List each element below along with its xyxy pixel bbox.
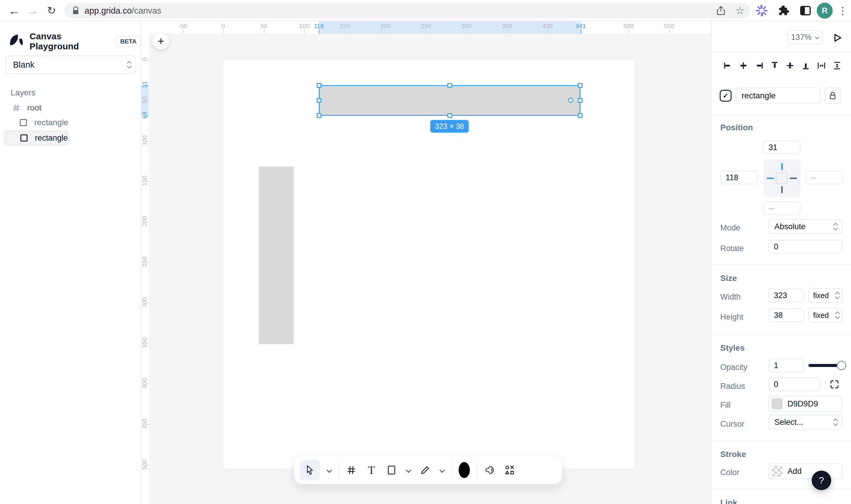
selected-rectangle-node[interactable] [319,85,580,116]
ruler-tick-label: 350 [502,22,512,30]
fill-control[interactable]: D9D9D9 [768,396,843,412]
position-anchor-widget[interactable] [763,160,800,197]
browser-menu-kebab-icon[interactable]: ⋮ [837,0,849,21]
corner-radius-handle[interactable] [568,98,573,103]
layer-item-rectangle-1[interactable]: rectangle [0,115,141,130]
radius-input[interactable] [768,378,820,391]
url-bar[interactable]: app.grida.co/canvas ☆ [65,3,750,18]
forward-icon: → [27,4,38,17]
ruler-tick-mark [145,101,149,101]
browser-profile-avatar[interactable]: R [817,3,833,19]
canvas-rectangle-node[interactable] [259,167,294,344]
height-mode-select[interactable]: fixed [809,308,843,323]
cursor-label: Cursor [720,419,744,429]
align-vertical-center-button[interactable] [786,61,795,70]
align-bottom-button[interactable] [801,61,810,70]
resize-handle-s[interactable] [447,113,452,118]
resize-handle-w[interactable] [317,98,322,103]
resize-handle-n[interactable] [447,83,452,88]
ai-assistant-button[interactable] [482,460,497,480]
anchor-bottom-tick[interactable] [781,186,783,193]
rotate-input[interactable] [768,240,843,253]
anchor-top-tick[interactable] [781,163,783,170]
selection-size-badge: 323 × 38 [430,120,469,133]
extensions-puzzle-icon[interactable] [775,0,792,21]
opacity-slider[interactable] [809,364,842,367]
ruler-tick-mark [145,60,149,60]
align-left-button[interactable] [723,61,732,70]
pencil-tool-button[interactable] [418,460,433,480]
frame-tool-button[interactable] [344,460,359,480]
shape-tool-dropdown[interactable] [404,460,413,480]
section-divider [711,441,851,442]
text-tool-button[interactable]: T [364,460,379,480]
browser-back-button[interactable]: ← [6,0,22,21]
grida-logo-icon [8,33,24,49]
distribute-horizontal-button[interactable] [817,61,826,70]
layer-item-root[interactable]: root [0,101,141,115]
zoom-level-select[interactable]: 137% [787,30,822,44]
corner-radius-expand-button[interactable] [830,380,839,389]
align-horizontal-center-button[interactable] [739,61,748,70]
browser-reload-button[interactable]: ↻ [44,0,59,21]
align-top-button[interactable] [770,61,779,70]
cursor-tool-dropdown[interactable] [325,460,333,480]
layer-label: rectangle [34,118,68,127]
brush-tool-button[interactable] [456,460,472,480]
add-node-button[interactable]: + [152,33,170,50]
toolbar-divider [477,462,477,479]
resize-handle-e[interactable] [578,98,583,103]
stroke-add-button[interactable]: Add [768,463,843,479]
ruler-tick-mark [426,30,427,33]
extension-spinner-icon[interactable] [753,0,770,21]
anchor-left-tick[interactable] [767,178,774,179]
resize-handle-nw[interactable] [317,83,322,88]
ruler-tick-label: 0 [141,53,148,65]
anchor-right-tick[interactable] [790,178,797,179]
ruler-tick-label: 100 [299,22,310,30]
position-left-input[interactable] [720,171,758,184]
lock-icon [829,91,836,100]
play-button[interactable] [832,32,843,44]
chevron-updown-icon [833,222,838,231]
position-bottom-input[interactable] [763,201,800,215]
position-right-input[interactable] [805,171,843,184]
primitive-shapes-button[interactable] [502,460,518,480]
node-name-input[interactable] [736,87,821,104]
ruler-tick-label: 250 [141,256,148,268]
canvas-viewport[interactable]: 323 × 38 -500501001502002503003504005005… [141,21,711,504]
align-right-button[interactable] [754,61,763,70]
cursor-tool-button[interactable] [300,460,320,480]
layer-item-rectangle-2-selected[interactable]: rectangle [4,130,68,145]
width-input[interactable] [768,289,804,302]
ruler-tick-label: 400 [542,22,553,30]
width-mode-select[interactable]: fixed [809,288,843,303]
resize-handle-ne[interactable] [578,83,583,88]
side-panel-icon[interactable] [797,0,814,21]
width-label: Width [720,292,741,302]
position-top-input[interactable] [763,141,800,154]
height-input[interactable] [768,308,804,322]
fill-color-swatch[interactable] [771,398,783,410]
opacity-slider-knob[interactable] [837,361,846,370]
bookmark-star-icon[interactable]: ☆ [735,5,745,16]
ruler-tick-mark [145,222,149,222]
ruler-tick-mark [507,30,507,33]
resize-handle-sw[interactable] [317,113,322,118]
node-active-checkbox[interactable]: ✓ [720,90,732,102]
stroke-color-label: Color [720,468,740,477]
distribute-vertical-button[interactable] [833,61,841,70]
help-button[interactable]: ? [812,471,831,490]
rectangle-tool-button[interactable] [384,460,399,480]
lock-button[interactable] [824,87,841,104]
pencil-tool-dropdown[interactable] [438,460,447,480]
opacity-input[interactable] [768,359,804,372]
template-select[interactable]: Blank [5,56,136,74]
browser-forward-button[interactable]: → [25,0,40,21]
frame-hash-icon [347,465,356,475]
cursor-select[interactable]: Select... [768,415,843,430]
resize-handle-se[interactable] [578,113,583,118]
mode-select[interactable]: Absolute [768,219,843,234]
openai-icon [484,465,495,475]
share-icon[interactable] [716,6,725,15]
